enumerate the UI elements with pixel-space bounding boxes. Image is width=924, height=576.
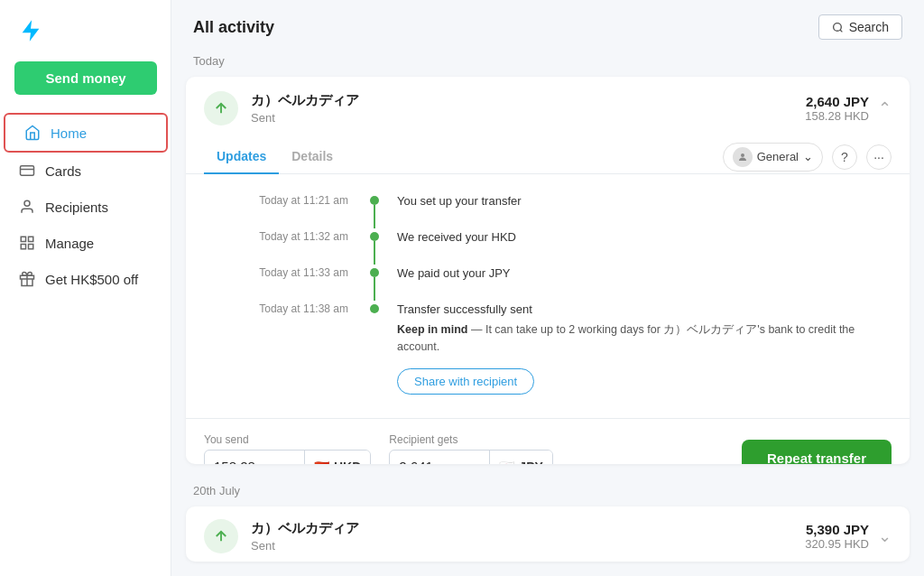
recipient-gets-currency: 🇯🇵 JPY [489, 451, 551, 465]
transaction-amounts-1: 2,640 JPY 158.28 HKD [805, 94, 869, 123]
you-send-label: You send [204, 433, 371, 446]
logo-icon [18, 18, 43, 43]
timeline-dot-col-2 [366, 228, 383, 265]
timeline-dot-col-4 [366, 301, 383, 313]
svg-rect-5 [21, 245, 25, 249]
you-send-currency: 🇭🇰 HKD [304, 451, 370, 465]
sidebar-item-cards[interactable]: Cards [0, 153, 171, 189]
transaction-card-1: カ）ベルカディア Sent 2,640 JPY 158.28 HKD ⌃ Upd… [186, 77, 910, 464]
chevron-up-icon: ⌃ [878, 98, 892, 118]
send-money-button[interactable]: Send money [14, 61, 157, 95]
home-icon [23, 124, 42, 142]
timeline-row-1: Today at 11:21 am You set up your transf… [240, 192, 882, 228]
you-send-input[interactable] [205, 459, 304, 464]
svg-line-10 [840, 30, 842, 32]
sidebar-item-label-cards: Cards [45, 163, 81, 179]
transaction-primary-1: 2,640 JPY [805, 94, 869, 109]
tabs-row: Updates Details General ⌄ ? ··· [186, 140, 910, 174]
you-send-field: You send 🇭🇰 HKD [204, 433, 371, 465]
timeline-dot-col-3 [366, 265, 383, 301]
timeline-line-1 [374, 205, 375, 228]
svg-point-2 [24, 200, 30, 206]
grid-icon [18, 234, 36, 252]
general-button[interactable]: General ⌄ [723, 143, 823, 172]
person-icon [18, 198, 36, 216]
transaction-name-1: カ）ベルカディア [251, 92, 805, 109]
transaction-status-2: Sent [251, 539, 805, 553]
timeline-time-3: Today at 11:33 am [240, 265, 366, 279]
transaction-header-1[interactable]: カ）ベルカディア Sent 2,640 JPY 158.28 HKD ⌃ [186, 77, 910, 140]
timeline: Today at 11:21 am You set up your transf… [186, 174, 910, 418]
timeline-text-2: We received your HKD [383, 228, 882, 244]
svg-rect-3 [21, 237, 25, 241]
timeline-row-2: Today at 11:32 am We received your HKD [240, 228, 882, 265]
chevron-down-icon: ⌄ [803, 150, 813, 163]
tab-updates[interactable]: Updates [204, 140, 279, 174]
timeline-text-1: You set up your transfer [383, 192, 882, 208]
sidebar-item-label-manage: Manage [45, 236, 94, 251]
timeline-time-2: Today at 11:32 am [240, 228, 366, 243]
svg-rect-4 [29, 237, 33, 241]
general-label: General [757, 150, 799, 163]
repeat-transfer-button[interactable]: Repeat transfer [742, 440, 892, 464]
transaction-header-2[interactable]: カ）ベルカディア Sent 5,390 JPY 320.95 HKD ⌄ [186, 506, 910, 562]
svg-point-12 [741, 153, 744, 157]
svg-rect-6 [29, 245, 33, 249]
second-date-label: 20th July [171, 478, 924, 506]
jpy-label: JPY [519, 460, 542, 465]
sidebar-item-manage[interactable]: Manage [0, 225, 171, 261]
timeline-dot-1 [370, 196, 379, 205]
transaction-primary-2: 5,390 JPY [805, 522, 869, 537]
logo [0, 18, 61, 61]
sidebar-nav: Home Cards Recipients [0, 113, 171, 297]
transaction-card-2: カ）ベルカディア Sent 5,390 JPY 320.95 HKD ⌄ [186, 506, 910, 562]
keep-in-mind-text: Keep in mind — It can take up to 2 worki… [397, 321, 882, 356]
hkd-label: HKD [334, 460, 361, 465]
transaction-secondary-1: 158.28 HKD [805, 109, 869, 123]
recipient-gets-field: Recipient gets 🇯🇵 JPY [389, 433, 552, 465]
timeline-container-4: Transfer successfully sent Keep in mind … [383, 301, 882, 400]
keep-in-mind-prefix: Keep in mind [397, 323, 467, 336]
repeat-section: You send 🇭🇰 HKD Recipient gets 🇯🇵 JPY [186, 418, 910, 465]
page-title: All activity [193, 18, 274, 37]
timeline-row-4: Today at 11:38 am Transfer successfully … [240, 301, 882, 400]
timeline-dot-col-1 [366, 192, 383, 228]
more-button[interactable]: ··· [866, 144, 892, 170]
jpy-flag: 🇯🇵 [499, 460, 514, 465]
sidebar-item-label-recipients: Recipients [45, 200, 108, 215]
transaction-secondary-2: 320.95 HKD [805, 537, 869, 551]
sidebar-item-gift[interactable]: Get HK$500 off [0, 261, 171, 297]
recipient-gets-input-row: 🇯🇵 JPY [389, 450, 552, 465]
help-button[interactable]: ? [832, 144, 857, 170]
sidebar-item-label-home: Home [51, 125, 87, 141]
search-label: Search [849, 20, 889, 34]
sidebar-item-label-gift: Get HK$500 off [45, 272, 138, 287]
sent-icon-2 [204, 519, 238, 553]
timeline-text-3: We paid out your JPY [383, 265, 882, 280]
timeline-line-3 [374, 277, 375, 301]
timeline-dot-4 [370, 304, 379, 313]
you-send-input-row: 🇭🇰 HKD [204, 450, 371, 465]
gift-icon [18, 270, 36, 288]
recipient-gets-label: Recipient gets [389, 433, 552, 446]
transaction-status-1: Sent [251, 111, 805, 125]
sent-icon [204, 91, 238, 125]
transaction-name-2: カ）ベルカディア [251, 520, 805, 537]
search-button[interactable]: Search [818, 14, 902, 40]
main-header: All activity Search [171, 0, 924, 49]
transaction-info-1: カ）ベルカディア Sent [251, 92, 805, 125]
search-icon [832, 22, 844, 33]
share-button[interactable]: Share with recipient [397, 368, 534, 395]
timeline-dot-3 [370, 268, 379, 277]
transaction-amounts-2: 5,390 JPY 320.95 HKD [805, 522, 869, 551]
svg-rect-0 [21, 166, 34, 176]
tabs-actions: General ⌄ ? ··· [723, 143, 892, 172]
sidebar-item-recipients[interactable]: Recipients [0, 189, 171, 225]
timeline-time-1: Today at 11:21 am [240, 192, 366, 207]
tab-details[interactable]: Details [279, 140, 346, 174]
svg-point-9 [833, 23, 841, 31]
cards-icon [18, 162, 36, 180]
recipient-gets-input[interactable] [390, 459, 489, 464]
transaction-info-2: カ）ベルカディア Sent [251, 520, 805, 553]
sidebar-item-home[interactable]: Home [4, 113, 168, 153]
